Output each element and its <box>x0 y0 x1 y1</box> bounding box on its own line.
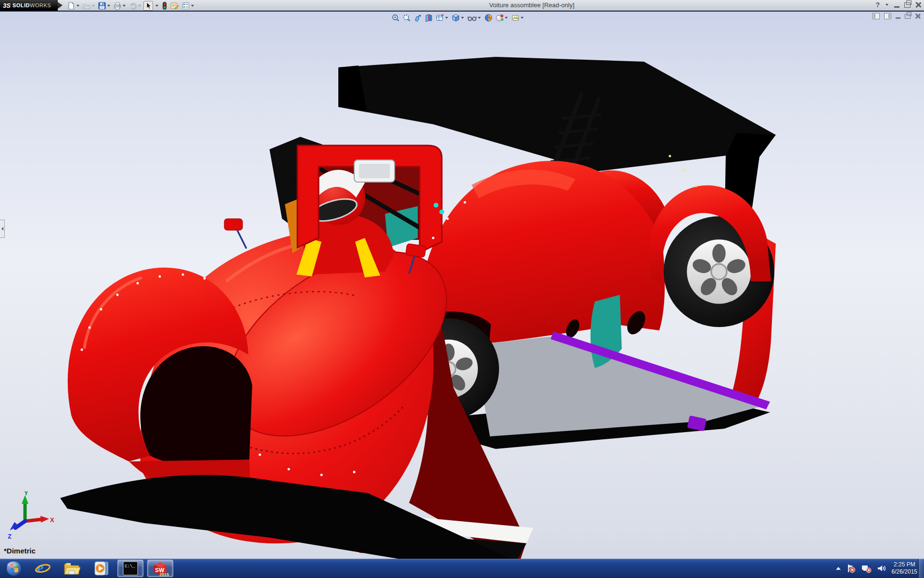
rotate-options-button[interactable] <box>511 13 525 23</box>
view-orientation-button[interactable] <box>435 13 449 23</box>
internet-explorer-icon: e <box>35 560 51 577</box>
save-icon <box>98 1 106 10</box>
view-orientation-icon <box>436 13 444 22</box>
start-orb-icon <box>5 560 23 577</box>
triad-y-label: Y <box>24 491 28 497</box>
zoom-to-fit-button[interactable] <box>391 13 400 23</box>
volume-icon[interactable] <box>877 564 886 573</box>
document-restore-button[interactable] <box>905 14 911 19</box>
apply-scene-globe-icon <box>484 13 493 22</box>
select-button[interactable] <box>143 1 153 11</box>
headsup-view-toolbar <box>391 13 525 23</box>
options-icon <box>181 1 190 10</box>
section-view-icon <box>424 13 433 22</box>
dassault-logo-icon: 3S <box>3 2 11 9</box>
hide-show-glasses-icon <box>467 13 477 22</box>
file-properties-icon <box>170 1 180 10</box>
zoom-to-area-button[interactable] <box>402 13 411 23</box>
clock-date: 6/26/2015 <box>892 568 917 576</box>
taskbar-clock[interactable]: 2:25 PM 6/26/2015 <box>892 561 917 576</box>
clock-time: 2:25 PM <box>892 561 917 568</box>
save-button[interactable] <box>97 1 112 11</box>
rotate-options-icon <box>511 13 520 22</box>
triad-z-label: Z <box>8 533 12 539</box>
pane-left-icon[interactable] <box>873 13 880 19</box>
taskbar-internet-explorer[interactable]: e <box>32 560 54 577</box>
document-window-controls <box>873 13 920 19</box>
undo-icon <box>128 1 137 10</box>
action-center-icon[interactable] <box>846 564 856 573</box>
open-icon <box>82 1 91 10</box>
svg-text:C:\_: C:\_ <box>125 564 135 569</box>
taskbar-solidworks-2015[interactable]: SW 2015 <box>147 560 173 577</box>
help-dropdown-icon[interactable] <box>886 4 888 6</box>
help-icon[interactable]: ? <box>875 1 880 9</box>
undo-button[interactable] <box>128 1 142 11</box>
document-minimize-button[interactable] <box>896 17 900 19</box>
taskbar-media-player[interactable] <box>90 560 113 577</box>
cad-model-race-car[interactable] <box>0 12 924 559</box>
display-style-cube-icon <box>451 13 460 22</box>
taskbar-command-prompt[interactable]: C:\_ <box>117 560 143 577</box>
brand-works: WORKS <box>30 2 51 8</box>
print-button[interactable] <box>113 1 127 11</box>
media-player-icon <box>93 560 110 577</box>
taskbar-windows-explorer[interactable] <box>61 560 83 577</box>
model-left-fender[interactable] <box>68 268 252 497</box>
restore-button[interactable] <box>904 2 911 8</box>
section-view-button[interactable] <box>424 13 434 23</box>
zoom-to-fit-icon <box>391 13 400 22</box>
select-dropdown[interactable] <box>154 1 160 11</box>
windows-taskbar: e C:\_ SW 2015 <box>0 559 924 578</box>
reference-triad[interactable]: Y X Z <box>7 491 55 539</box>
document-close-button[interactable] <box>915 13 920 19</box>
view-settings-sphere-icon <box>495 13 504 22</box>
close-button[interactable] <box>915 2 921 8</box>
rebuild-traffic-light-icon <box>161 1 168 10</box>
folder-icon <box>63 560 80 577</box>
solidworks-logo: 3S SOLIDWORKS <box>0 0 58 11</box>
svg-text:2015: 2015 <box>159 572 169 577</box>
zoom-to-area-icon <box>402 13 411 22</box>
app-window-controls: ? <box>875 1 921 9</box>
graphics-viewport[interactable]: Y X Z *Dimetric <box>0 12 924 559</box>
previous-view-button[interactable] <box>413 13 423 23</box>
system-tray: 2:25 PM 6/26/2015 <box>836 559 917 578</box>
menu-flyout-arrow-icon[interactable] <box>58 2 63 9</box>
view-orientation-label: *Dimetric <box>4 547 36 555</box>
previous-view-icon <box>413 13 422 22</box>
show-hidden-icons-button[interactable] <box>836 567 841 570</box>
triad-x-label: X <box>50 516 54 524</box>
select-cursor-icon <box>144 1 152 10</box>
print-icon <box>113 1 122 10</box>
network-icon[interactable] <box>861 564 872 573</box>
show-desktop-button[interactable] <box>918 559 924 578</box>
new-document-icon <box>67 1 76 10</box>
apply-scene-button[interactable] <box>484 13 493 23</box>
view-settings-button[interactable] <box>495 13 509 23</box>
window-title: Voiture assomblee [Read-only] <box>192 0 871 11</box>
brand-solid: SOLID <box>13 2 30 8</box>
standard-toolbar <box>66 0 195 11</box>
new-document-button[interactable] <box>66 1 81 11</box>
pane-right-icon[interactable] <box>884 13 891 19</box>
panel-splitter-tab[interactable] <box>0 220 5 238</box>
rebuild-button[interactable] <box>161 1 168 11</box>
hide-show-items-button[interactable] <box>467 13 482 23</box>
titlebar: 3S SOLIDWORKS <box>0 0 924 12</box>
file-properties-button[interactable] <box>169 1 180 11</box>
solidworks-2015-icon: SW 2015 <box>151 560 169 577</box>
command-prompt-icon: C:\_ <box>123 561 138 576</box>
open-button[interactable] <box>82 1 96 11</box>
minimize-button[interactable] <box>894 6 899 8</box>
start-button[interactable] <box>3 560 25 577</box>
display-style-button[interactable] <box>451 13 465 23</box>
